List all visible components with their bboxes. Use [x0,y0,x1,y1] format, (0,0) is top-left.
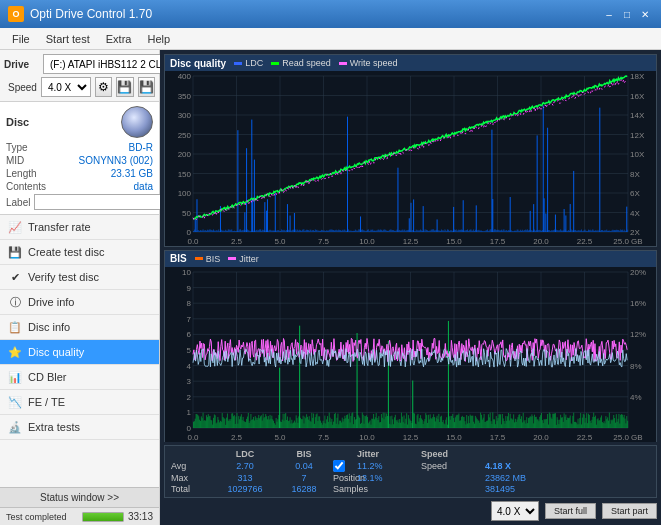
stats-total-bis: 16288 [279,484,329,494]
disc-quality-chart-title: Disc quality [170,58,226,69]
close-button[interactable]: ✕ [637,6,653,22]
nav-fe-te[interactable]: 📉 FE / TE [0,390,159,415]
create-test-disc-icon: 💾 [8,245,22,259]
type-val: BD-R [129,142,153,153]
lower-chart-canvas [165,267,656,442]
menu-help[interactable]: Help [139,31,178,47]
nav-disc-quality[interactable]: ⭐ Disc quality [0,340,159,365]
write-speed-legend-dot [339,62,347,65]
status-text: Test completed [6,512,78,522]
maximize-button[interactable]: □ [619,6,635,22]
contents-val: data [134,181,153,192]
nav-create-test-disc[interactable]: 💾 Create test disc [0,240,159,265]
stats-speed-label: Speed [421,461,481,471]
fe-te-icon: 📉 [8,395,22,409]
upper-chart: Disc quality LDC Read speed Write speed [164,54,657,247]
label-input[interactable] [34,194,165,210]
read-speed-legend-dot [271,62,279,65]
drive-label: Drive [4,59,39,70]
nav-disc-info-label: Disc info [28,321,70,333]
jitter-legend: Jitter [228,254,259,264]
upper-chart-content [165,71,656,246]
read-speed-legend-label: Read speed [282,58,331,68]
speed-select[interactable]: 4.0 X [41,77,91,97]
verify-test-disc-icon: ✔ [8,270,22,284]
mid-val: SONYNN3 (002) [79,155,153,166]
titlebar: O Opti Drive Control 1.70 – □ ✕ [0,0,661,28]
cd-bler-icon: 📊 [8,370,22,384]
start-full-button[interactable]: Start full [545,503,596,519]
drive-icon-btn1[interactable]: ⚙ [95,77,112,97]
disc-icon [121,106,153,138]
lower-chart: BIS BIS Jitter [164,250,657,443]
nav-transfer-rate[interactable]: 📈 Transfer rate [0,215,159,240]
write-speed-legend-label: Write speed [350,58,398,68]
nav-disc-info[interactable]: 📋 Disc info [0,315,159,340]
nav-create-test-disc-label: Create test disc [28,246,104,258]
menu-file[interactable]: File [4,31,38,47]
progress-bar-outer [82,512,124,522]
status-time: 33:13 [128,511,153,522]
main-area: Drive (F:) ATAPI iHBS112 2 CL0K ▲ Speed … [0,50,661,525]
disc-info-icon: 📋 [8,320,22,334]
mid-key: MID [6,155,24,166]
nav-extra-tests-label: Extra tests [28,421,80,433]
jitter-legend-dot [228,257,236,260]
drive-icon-btn2[interactable]: 💾 [116,77,133,97]
jitter-checkbox[interactable] [333,460,345,472]
stats-max-jitter: 13.1% [357,473,417,483]
bis-legend: BIS [195,254,221,264]
stats-speed-val: 4.18 X [485,461,565,471]
disc-panel: Disc Type BD-R MID SONYNN3 (002) Length … [0,102,159,215]
nav-cd-bler-label: CD Bler [28,371,67,383]
drive-section: Drive (F:) ATAPI iHBS112 2 CL0K ▲ Speed … [0,50,159,102]
stats-section: LDC BIS Jitter Speed Avg 2.70 0.04 11.2%… [164,445,657,498]
stats-ldc-header: LDC [215,449,275,459]
app-title: Opti Drive Control 1.70 [30,7,152,21]
stats-avg-bis: 0.04 [279,461,329,471]
write-speed-legend: Write speed [339,58,398,68]
contents-key: Contents [6,181,46,192]
stats-bis-header: BIS [279,449,329,459]
stats-jitter-header: Jitter [357,449,417,459]
length-val: 23.31 GB [111,168,153,179]
stats-total-ldc: 1029766 [215,484,275,494]
menu-extra[interactable]: Extra [98,31,140,47]
ldc-legend-dot [234,62,242,65]
menu-start-test[interactable]: Start test [38,31,98,47]
app-icon: O [8,6,24,22]
speed-select-bottom[interactable]: 4.0 X [491,501,539,521]
minimize-button[interactable]: – [601,6,617,22]
drive-info-icon: ⓘ [8,295,22,309]
type-key: Type [6,142,28,153]
status-window-btn[interactable]: Status window >> [0,487,159,507]
transfer-rate-icon: 📈 [8,220,22,234]
stats-samples-label: Samples [333,484,353,494]
jitter-legend-label: Jitter [239,254,259,264]
drive-save-btn[interactable]: 💾 [138,77,155,97]
ldc-legend: LDC [234,58,263,68]
stats-position-label: Position [333,473,353,483]
stats-max-bis: 7 [279,473,329,483]
stats-avg-label: Avg [171,461,211,471]
nav-cd-bler[interactable]: 📊 CD Bler [0,365,159,390]
read-speed-legend: Read speed [271,58,331,68]
stats-max-ldc: 313 [215,473,275,483]
menubar: File Start test Extra Help [0,28,661,50]
status-bottom: Test completed 33:13 [0,507,159,525]
length-key: Length [6,168,37,179]
nav-extra-tests[interactable]: 🔬 Extra tests [0,415,159,440]
speed-label: Speed [8,82,37,93]
nav-transfer-rate-label: Transfer rate [28,221,91,233]
upper-chart-canvas [165,71,656,246]
stats-speed-header: Speed [421,449,481,459]
extra-tests-icon: 🔬 [8,420,22,434]
ldc-legend-label: LDC [245,58,263,68]
nav-drive-info[interactable]: ⓘ Drive info [0,290,159,315]
nav-verify-test-disc[interactable]: ✔ Verify test disc [0,265,159,290]
start-part-button[interactable]: Start part [602,503,657,519]
progress-bar-inner [83,513,123,521]
stats-position-val: 23862 MB [485,473,565,483]
stats-max-label: Max [171,473,211,483]
bis-legend-label: BIS [206,254,221,264]
